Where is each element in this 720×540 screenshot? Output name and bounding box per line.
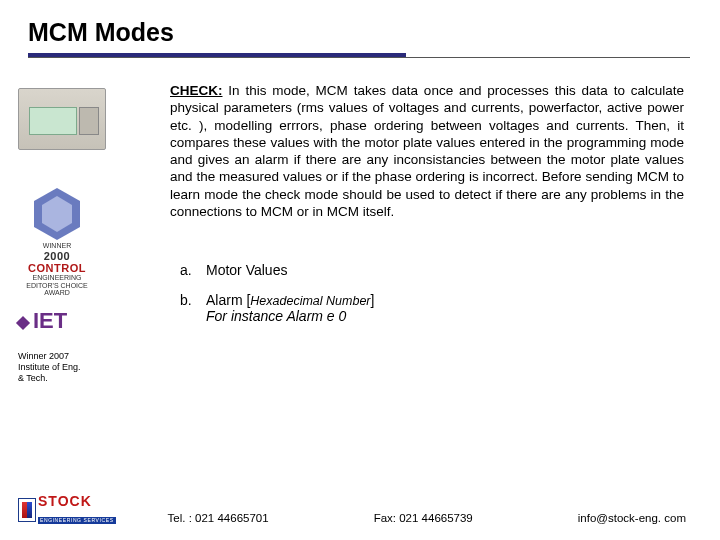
list-item-a: a. Motor Values [170,262,684,278]
award-ribbon-icon [34,188,80,240]
main-content: CHECK: In this mode, MCM takes data once… [170,82,684,338]
list-letter-a: a. [170,262,206,278]
stock-brand-sub: ENGINEERING SERVICES [38,517,116,524]
alarm-hex: Hexadecimal Number [250,294,370,308]
award-choice: EDITOR'S CHOICE AWARD [20,282,94,297]
footer: STOCK ENGINEERING SERVICES Tel. : 021 44… [0,494,720,526]
title-rule-thin [28,57,690,58]
award-winner: WINNER [20,242,94,250]
winner-caption: Winner 2007 Institute of Eng. & Tech. [18,351,128,383]
check-label: CHECK: [170,83,223,98]
stock-logo: STOCK ENGINEERING SERVICES [18,494,116,526]
alarm-close: ] [371,292,375,308]
award-badge: WINNER 2000 CONTROL ENGINEERING EDITOR'S… [20,188,94,274]
award-mag: CONTROL [20,262,94,274]
stock-mark-icon [18,498,36,522]
contact-email: info@stock-eng. com [578,512,686,524]
device-image [18,88,106,150]
list-body-a: Motor Values [206,262,684,278]
stock-brand: STOCK [38,494,116,508]
list-item-b: b. Alarm [Hexadecimal Number] For instan… [170,292,684,324]
contact-fax: Fax: 021 44665739 [374,512,473,524]
iet-diamond-icon [16,316,30,330]
sidebar: WINNER 2000 CONTROL ENGINEERING EDITOR'S… [18,88,128,383]
award-year: 2000 [20,250,94,262]
list-body-b: Alarm [Hexadecimal Number] For instance … [206,292,684,324]
alarm-example: For instance Alarm e 0 [206,308,346,324]
alarm-lead: Alarm [ [206,292,250,308]
list-letter-b: b. [170,292,206,324]
check-list: a. Motor Values b. Alarm [Hexadecimal Nu… [170,262,684,324]
page-title: MCM Modes [28,18,720,47]
iet-logo-block: IET . [18,310,128,343]
contact-row: Tel. : 021 44665701 Fax: 021 44665739 in… [146,512,692,526]
winner-l2: Institute of Eng. [18,362,128,373]
iet-letters: IET [33,310,67,332]
award-sub: ENGINEERING [20,274,94,282]
winner-l1: Winner 2007 [18,351,128,362]
winner-l3: & Tech. [18,373,128,384]
contact-tel: Tel. : 021 44665701 [168,512,269,524]
check-paragraph: CHECK: In this mode, MCM takes data once… [170,82,684,220]
check-body: In this mode, MCM takes data once and pr… [170,83,684,219]
